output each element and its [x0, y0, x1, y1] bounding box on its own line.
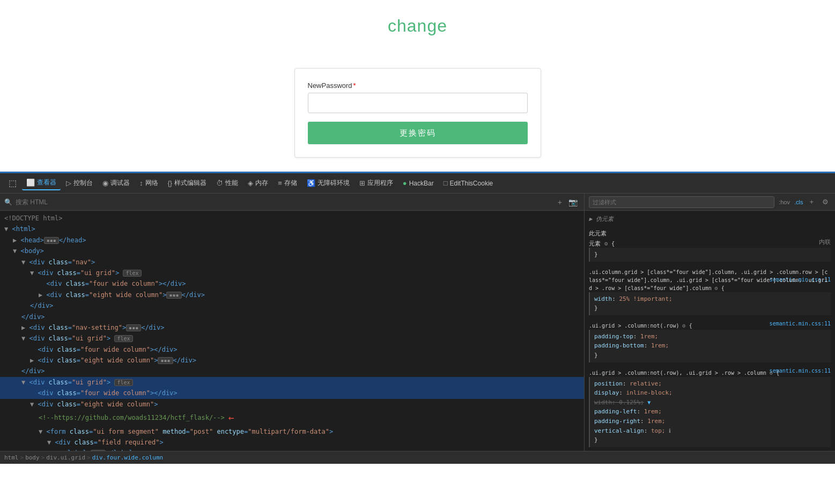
html-line-body[interactable]: ▼ <body>: [0, 246, 584, 256]
breadcrumb-sep-3: >: [87, 454, 91, 461]
password-input[interactable]: [308, 93, 528, 113]
debugger-label: 调试器: [110, 179, 130, 188]
storage-label: 存储: [284, 179, 297, 188]
style-block-1: width: 25% !important; }: [589, 292, 831, 315]
memory-label: 内存: [255, 179, 268, 188]
style-editor-icon: {}: [168, 179, 173, 187]
performance-icon: ⏱: [216, 179, 223, 187]
style-rule-pr: padding-right: 1rem;: [594, 417, 826, 426]
console-label: 控制台: [73, 179, 93, 188]
memory-tab[interactable]: ◈ 内存: [243, 176, 272, 190]
application-tab[interactable]: ⊞ 应用程序: [355, 176, 397, 190]
html-line-close-nav: </div>: [0, 312, 584, 322]
inspector-tab[interactable]: ⬜ 查看器: [22, 176, 61, 190]
page-area: change NewPassword* 更换密码: [0, 0, 835, 172]
html-search-bar: 🔍 + 📷: [0, 194, 584, 211]
html-line-four2: <div class="four wide column"></div>: [0, 344, 584, 355]
html-line-html[interactable]: ▼ <html>: [0, 224, 584, 234]
html-line-close1: </div>: [0, 300, 584, 311]
breadcrumb-sep-1: >: [20, 454, 24, 461]
html-line-grid2[interactable]: ▼ <div class="ui grid"> flex: [0, 333, 584, 344]
html-line-navsetting[interactable]: ▶ <div class="nav-setting">▪▪▪</div>: [0, 322, 584, 333]
styles-filter-input[interactable]: [589, 196, 774, 208]
html-line-eight1[interactable]: ▶ <div class="eight wide column">▪▪▪</di…: [0, 290, 584, 300]
html-content[interactable]: <!DOCTYPE html> ▼ <html> ▶ <head>▪▪▪</he…: [0, 211, 584, 451]
style-rule-section-1: .ui.column.grid > [class*="four wide"].c…: [589, 268, 831, 315]
pseudo-cls-label: .cls: [794, 199, 803, 205]
pseudo-elements-header[interactable]: ▶ 伪元素: [589, 215, 831, 223]
style-rule-close-2: }: [594, 351, 826, 360]
breadcrumb-grid[interactable]: div.ui.grid: [46, 454, 85, 461]
html-line-comment: <!--https://github.com/woads11234/hctf_f…: [0, 410, 584, 426]
performance-tab[interactable]: ⏱ 性能: [212, 176, 242, 190]
application-icon: ⊞: [359, 179, 365, 187]
breadcrumb-body[interactable]: body: [25, 454, 40, 461]
devtools-panel: ⬚ ⬜ 查看器 ▷ 控制台 ◉ 调试器 ↕ 网络 {} 样式编辑器 ⏱ 性能 ◈…: [0, 172, 835, 464]
html-line-head[interactable]: ▶ <head>▪▪▪</head>: [0, 235, 584, 246]
form-card: NewPassword* 更换密码: [294, 68, 541, 158]
styles-toolbar: :hov .cls + ⚙: [585, 194, 835, 211]
html-line-close2: </div>: [0, 366, 584, 376]
storage-tab[interactable]: ≡ 存储: [274, 176, 301, 190]
editthiscookie-icon: □: [444, 179, 448, 187]
network-label: 网络: [145, 179, 158, 188]
submit-button[interactable]: 更换密码: [308, 122, 528, 144]
settings-button[interactable]: ⚙: [820, 197, 831, 207]
devtools-toolbar: ⬚ ⬜ 查看器 ▷ 控制台 ◉ 调试器 ↕ 网络 {} 样式编辑器 ⏱ 性能 ◈…: [0, 173, 835, 194]
style-selector-1: .ui.column.grid > [class*="four wide"].c…: [589, 268, 831, 292]
accessibility-icon: ♿: [307, 179, 315, 187]
html-line-field[interactable]: ▼ <div class="field required">: [0, 437, 584, 448]
styles-content[interactable]: ▶ 伪元素 此元素 元素 ⚙ { 内联 } .ui.column.grid > …: [585, 211, 835, 451]
style-rule-pb: padding-bottom: 1rem;: [594, 341, 826, 351]
add-style-button[interactable]: +: [807, 197, 816, 207]
inspector-icon: ⬜: [26, 179, 35, 187]
pseudo-hov-label: :hov: [779, 199, 790, 205]
console-icon: ▷: [66, 179, 71, 187]
style-rule-width: width: 25% !important;: [594, 294, 826, 304]
screenshot-button[interactable]: 📷: [566, 197, 580, 207]
html-line-nav[interactable]: ▼ <div class="nav">: [0, 257, 584, 268]
style-rule-pt: padding-top: 1rem;: [594, 332, 826, 342]
style-rule-pl: padding-left: 1rem;: [594, 407, 826, 417]
editthiscookie-label: EditThisCookie: [450, 180, 493, 187]
storage-icon: ≡: [278, 179, 282, 187]
accessibility-tab[interactable]: ♿ 无障碍环境: [302, 176, 354, 190]
inline-source: 内联: [819, 238, 831, 246]
console-tab[interactable]: ▷ 控制台: [62, 176, 97, 190]
page-title: change: [388, 16, 447, 36]
style-rule-va: vertical-align: top; ℹ: [594, 426, 826, 436]
breadcrumb-column[interactable]: div.four.wide.column: [92, 454, 163, 461]
style-editor-label: 样式编辑器: [174, 179, 206, 188]
devtools-breadcrumb: html > body > div.ui.grid > div.four.wid…: [0, 451, 835, 464]
html-line-four1: <div class="four wide column"></div>: [0, 278, 584, 289]
style-rule-close-3: }: [594, 435, 826, 445]
network-tab[interactable]: ↕ 网络: [135, 176, 162, 190]
html-line-eight2[interactable]: ▶ <div class="eight wide column">▪▪▪</di…: [0, 355, 584, 366]
breadcrumb-html[interactable]: html: [4, 454, 19, 461]
style-block-2: padding-top: 1rem; padding-bottom: 1rem;…: [589, 330, 831, 362]
editthiscookie-tab[interactable]: □ EditThisCookie: [439, 177, 498, 189]
html-line-grid3-selected[interactable]: ▼ <div class="ui grid"> flex: [0, 377, 584, 388]
html-line-form[interactable]: ▼ <form class="ui form segment" method="…: [0, 426, 584, 437]
password-label: NewPassword*: [308, 81, 528, 90]
add-node-button[interactable]: +: [556, 197, 564, 207]
style-block-3: position: relative; display: inline-bloc…: [589, 377, 831, 447]
debugger-tab[interactable]: ◉ 调试器: [98, 176, 134, 190]
style-rule-section-2: .ui.grid > .column:not(.row) ⚙ { semanti…: [589, 322, 831, 362]
styles-panel: :hov .cls + ⚙ ▶ 伪元素 此元素 元素 ⚙ { 内联 }: [585, 194, 835, 451]
hackbar-tab[interactable]: ● HackBar: [398, 177, 438, 189]
style-editor-tab[interactable]: {} 样式编辑器: [164, 176, 211, 190]
html-line-label[interactable]: ▶ <label>▪▪▪</label>: [0, 448, 584, 451]
html-line-eight3[interactable]: ▼ <div class="eight wide column">: [0, 399, 584, 410]
html-line-doctype: <!DOCTYPE html>: [0, 213, 584, 224]
style-source-2: semantic.min.css:11: [770, 320, 831, 327]
html-line-grid1[interactable]: ▼ <div class="ui grid"> flex: [0, 268, 584, 278]
style-rule-section-3: .ui.grid > .column:not(.row), .ui.grid >…: [589, 369, 831, 447]
pseudo-elements-section: ▶ 伪元素: [589, 215, 831, 223]
inspect-button[interactable]: ⬚: [4, 176, 21, 190]
style-rule-close: }: [594, 250, 826, 260]
accessibility-label: 无障碍环境: [317, 179, 350, 188]
html-search-input[interactable]: [16, 198, 552, 206]
application-label: 应用程序: [367, 179, 393, 188]
network-icon: ↕: [139, 179, 143, 187]
